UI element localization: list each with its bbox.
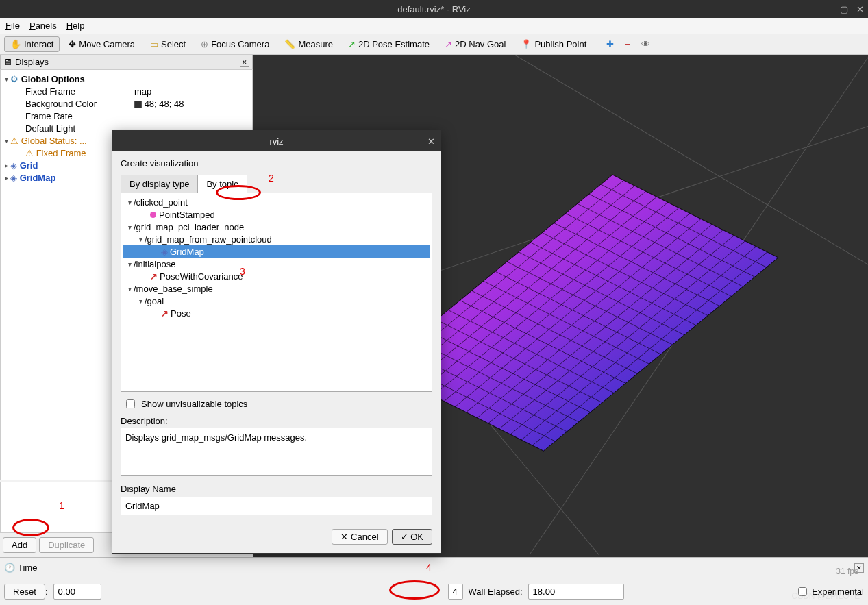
pin-icon: 📍 bbox=[521, 39, 532, 49]
tab-by-topic[interactable]: By topic bbox=[197, 175, 247, 193]
display-name-label: Display Name bbox=[121, 484, 432, 494]
dialog-close-icon[interactable]: ✕ bbox=[427, 136, 435, 147]
watermark: CSDN @ZPILOTE bbox=[791, 591, 860, 601]
arrow-icon: ↗ bbox=[348, 39, 356, 49]
hand-icon: ✋ bbox=[10, 39, 21, 49]
dialog-heading: Create visualization bbox=[121, 158, 432, 169]
reset-button[interactable]: Reset bbox=[4, 584, 45, 600]
cancel-button[interactable]: ✕ Cancel bbox=[332, 529, 387, 545]
display-name-input[interactable] bbox=[121, 497, 432, 515]
displays-title: Displays bbox=[15, 57, 49, 67]
tab-by-display-type[interactable]: By display type bbox=[121, 175, 198, 193]
menubar: File Panels Help bbox=[0, 18, 868, 34]
gear-icon: ⚙ bbox=[10, 74, 18, 84]
create-visualization-dialog: rviz ✕ Create visualization By display t… bbox=[112, 130, 441, 554]
annotation-4: 4 bbox=[426, 562, 432, 573]
annotation-2: 2 bbox=[269, 173, 274, 184]
move-camera-button[interactable]: ✥Move Camera bbox=[62, 36, 141, 52]
check-icon: ✓ bbox=[401, 532, 411, 542]
diamond-icon: ◈ bbox=[161, 247, 168, 257]
add-button[interactable]: Add bbox=[3, 537, 36, 553]
annotation-1: 1 bbox=[59, 500, 64, 511]
time-title: Time bbox=[18, 563, 37, 573]
menu-file[interactable]: File bbox=[5, 21, 20, 31]
select-button[interactable]: ▭Select bbox=[144, 36, 192, 52]
annotation-3: 3 bbox=[240, 266, 245, 277]
grid-icon: ◈ bbox=[10, 160, 17, 171]
arrow-icon: ↗ bbox=[161, 308, 169, 319]
clock-icon: 🕐 bbox=[4, 563, 15, 573]
focus-icon: ⊕ bbox=[201, 39, 208, 49]
window-titlebar: default.rviz* - RViz — ▢ ✕ bbox=[0, 0, 868, 18]
x-icon: ✕ bbox=[340, 532, 351, 542]
arrow-icon: ↗ bbox=[445, 39, 452, 49]
ruler-icon: 📏 bbox=[284, 39, 295, 49]
point-icon bbox=[150, 212, 156, 218]
panel-close-icon[interactable]: ✕ bbox=[240, 58, 249, 67]
diamond-icon: ◈ bbox=[10, 173, 17, 183]
window-title: default.rviz* - RViz bbox=[397, 4, 470, 14]
ok-button[interactable]: ✓ OK bbox=[392, 529, 432, 545]
close-icon[interactable]: ✕ bbox=[856, 4, 864, 14]
nav-goal-button[interactable]: ↗2D Nav Goal bbox=[438, 36, 512, 52]
show-unvisualizable-checkbox[interactable]: Show unvisualizable topics bbox=[121, 392, 432, 416]
warn-icon: ⚠ bbox=[25, 148, 34, 158]
selected-topic-row[interactable]: ◈GridMap bbox=[123, 245, 430, 258]
description-label: Description: bbox=[121, 416, 432, 426]
pose-estimate-button[interactable]: ↗2D Pose Estimate bbox=[342, 36, 436, 52]
wall-elapsed-label: Wall Elapsed: bbox=[469, 587, 523, 597]
unknown-field[interactable] bbox=[448, 584, 463, 600]
dialog-titlebar[interactable]: rviz ✕ bbox=[112, 131, 441, 151]
publish-point-button[interactable]: 📍Publish Point bbox=[514, 36, 593, 52]
measure-button[interactable]: 📏Measure bbox=[278, 36, 339, 52]
interact-button[interactable]: ✋Interact bbox=[4, 36, 60, 52]
plus-icon[interactable]: ✚ bbox=[602, 39, 618, 49]
minimize-icon[interactable]: — bbox=[823, 4, 832, 14]
warn-icon: ⚠ bbox=[10, 136, 18, 146]
menu-help[interactable]: Help bbox=[66, 21, 85, 31]
toolbar: ✋Interact ✥Move Camera ▭Select ⊕Focus Ca… bbox=[0, 34, 868, 55]
fps-label: 31 fps bbox=[836, 567, 858, 576]
arrow-icon: ↗ bbox=[150, 271, 158, 282]
minus-icon[interactable]: − bbox=[621, 39, 634, 49]
menu-panels[interactable]: Panels bbox=[29, 21, 57, 31]
status-bar: ROS Time: Wall Elapsed: Experimental bbox=[0, 578, 868, 605]
description-box: Displays grid_map_msgs/GridMap messages. bbox=[121, 428, 432, 476]
select-icon: ▭ bbox=[150, 39, 158, 49]
monitor-icon: 🖥 bbox=[3, 57, 12, 67]
focus-camera-button[interactable]: ⊕Focus Camera bbox=[195, 36, 275, 52]
duplicate-button[interactable]: Duplicate bbox=[39, 537, 94, 553]
wall-elapsed-input[interactable] bbox=[528, 584, 624, 600]
time-panel: 🕐 Time ✕ bbox=[0, 557, 868, 578]
ros-time-input[interactable] bbox=[53, 584, 101, 600]
topic-tree[interactable]: ▾/clicked_point PointStamped ▾/grid_map_… bbox=[121, 193, 432, 392]
maximize-icon[interactable]: ▢ bbox=[840, 4, 848, 14]
eye-icon[interactable]: 👁 bbox=[637, 39, 654, 49]
move-icon: ✥ bbox=[69, 39, 76, 49]
